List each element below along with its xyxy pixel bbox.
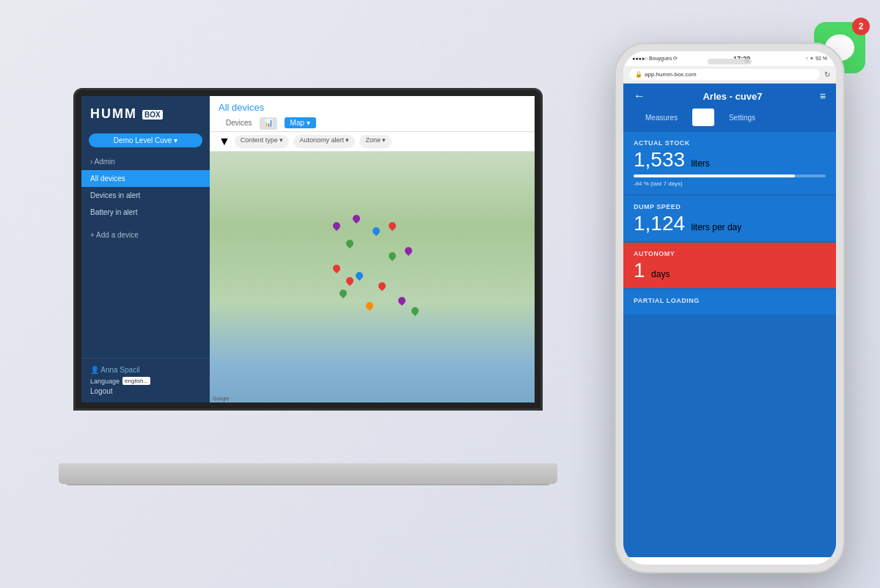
- autonomy-unit: days: [651, 269, 670, 279]
- partial-loading-card: PARTIAL LOADING: [623, 290, 836, 315]
- phone-frame: ●●●●○ Bouygues ⟳ 17:29 ↑ ✴ 92 % 🔒 app.hu…: [616, 44, 843, 572]
- svg-rect-2: [705, 112, 708, 121]
- logo-box: BOX: [142, 110, 163, 120]
- laptop-screen-inner: HUMM BOX Demo Level Cuve ▾ › Admin All d…: [81, 96, 535, 403]
- map-pin[interactable]: [387, 221, 397, 231]
- map-pin[interactable]: [331, 221, 342, 231]
- tab-devices[interactable]: Devices: [219, 116, 260, 131]
- stock-progress-bar: [634, 174, 826, 177]
- partial-loading-label: PARTIAL LOADING: [634, 297, 826, 304]
- laptop-device: HUMM BOX Demo Level Cuve ▾ › Admin All d…: [59, 88, 557, 513]
- laptop-base: [59, 463, 557, 484]
- dump-speed-value: 1,124: [634, 212, 685, 235]
- dump-speed-value-row: 1,124 liters per day: [634, 213, 826, 234]
- map-pin[interactable]: [403, 246, 414, 256]
- tab-settings[interactable]: Settings: [717, 110, 767, 125]
- autonomy-value: 1: [634, 259, 645, 282]
- laptop-main-content: All devices Devices 📊 Map ▾ ▼ Content ty…: [210, 96, 535, 403]
- autonomy-card: AUTONOMY 1 days: [623, 243, 836, 288]
- admin-label: › Admin: [81, 155, 210, 170]
- map-pin[interactable]: [351, 213, 362, 223]
- back-button[interactable]: ←: [634, 89, 645, 103]
- phone-carrier: ●●●●○ Bouygues ⟳: [632, 56, 678, 62]
- browser-url-bar[interactable]: 🔒 app.humm-box.com: [629, 69, 820, 80]
- filter-autonomy-alert[interactable]: Autonomy alert ▾: [293, 135, 355, 148]
- logo-text: HUMM BOX: [90, 106, 163, 121]
- map-view[interactable]: Google: [210, 152, 535, 403]
- sidebar-logo-area: HUMM BOX: [81, 96, 210, 129]
- laptop-sidebar: HUMM BOX Demo Level Cuve ▾ › Admin All d…: [81, 96, 210, 403]
- tab-chart[interactable]: 📊: [260, 117, 277, 130]
- phone-cards-container: ACTUAL STOCK 1,533 liters -84 % (last 7 …: [623, 132, 836, 557]
- tab-map[interactable]: Map ▾: [277, 116, 323, 131]
- browser-reload-button[interactable]: ↻: [824, 70, 830, 78]
- dump-speed-unit: liters per day: [692, 222, 742, 232]
- phone-camera: [744, 58, 749, 63]
- map-pin[interactable]: [370, 226, 381, 236]
- tab-chart-icon[interactable]: [692, 109, 714, 126]
- language-selector[interactable]: Language english...: [90, 377, 201, 385]
- phone-tabs: Measures Settings: [623, 109, 836, 132]
- map-credit: Google: [213, 396, 230, 401]
- phone-app: ← Arles - cuve7 ≡ Measures Settings: [623, 84, 836, 557]
- sidebar-item-all-devices[interactable]: All devices: [81, 170, 210, 187]
- svg-rect-1: [702, 114, 704, 121]
- sidebar-user-name: 👤 Anna Spacil: [90, 366, 201, 374]
- sidebar-item-devices-alert[interactable]: Devices in alert: [81, 187, 210, 204]
- url-text: app.humm-box.com: [645, 71, 697, 78]
- tab-measures[interactable]: Measures: [634, 110, 689, 125]
- logo-humm: HUMM: [90, 106, 137, 121]
- map-pin[interactable]: [345, 276, 355, 286]
- actual-stock-label: ACTUAL STOCK: [634, 139, 826, 147]
- add-device-link[interactable]: + Add a device: [81, 224, 210, 246]
- map-pin[interactable]: [397, 295, 407, 306]
- svg-rect-0: [699, 117, 701, 121]
- filter-content-type[interactable]: Content type ▾: [235, 135, 290, 148]
- dump-speed-label: DUMP SPEED: [634, 203, 826, 210]
- phone-page-title: Arles - cuve7: [703, 91, 762, 102]
- map-pin[interactable]: [387, 251, 397, 261]
- demo-level-button[interactable]: Demo Level Cuve ▾: [89, 133, 202, 147]
- map-pin[interactable]: [338, 288, 348, 298]
- autonomy-label: AUTONOMY: [634, 250, 826, 257]
- map-pin[interactable]: [354, 271, 364, 281]
- sidebar-item-battery-alert[interactable]: Battery in alert: [81, 204, 210, 221]
- actual-stock-value-row: 1,533 liters: [634, 150, 826, 170]
- map-pin[interactable]: [377, 281, 387, 291]
- actual-stock-value: 1,533: [634, 148, 685, 171]
- phone-app-header: ← Arles - cuve7 ≡: [623, 84, 836, 109]
- map-pin[interactable]: [410, 306, 420, 316]
- messages-badge: 2: [852, 18, 870, 35]
- filter-zone[interactable]: Zone ▾: [359, 135, 392, 148]
- sidebar-footer: 👤 Anna Spacil Language english... Logout: [81, 358, 210, 403]
- chart-icon: [698, 111, 708, 122]
- actual-stock-sub: -84 % (last 7 days): [634, 180, 826, 187]
- map-pin[interactable]: [364, 301, 375, 311]
- page-title: All devices: [219, 102, 526, 113]
- hamburger-menu-button[interactable]: ≡: [820, 90, 826, 102]
- logout-button[interactable]: Logout: [90, 387, 201, 395]
- dump-speed-card: DUMP SPEED 1,124 liters per day: [623, 196, 836, 241]
- phone-browser-bar: 🔒 app.humm-box.com ↻: [623, 66, 836, 84]
- language-select[interactable]: english...: [122, 377, 150, 385]
- phone-device: ●●●●○ Bouygues ⟳ 17:29 ↑ ✴ 92 % 🔒 app.hu…: [616, 44, 843, 572]
- phone-battery: ↑ ✴ 92 %: [806, 56, 827, 62]
- actual-stock-card: ACTUAL STOCK 1,533 liters -84 % (last 7 …: [623, 132, 836, 194]
- map-pin[interactable]: [331, 263, 342, 273]
- laptop-main-header: All devices Devices 📊 Map ▾: [210, 96, 535, 132]
- laptop-screen: HUMM BOX Demo Level Cuve ▾ › Admin All d…: [73, 88, 543, 411]
- map-pin[interactable]: [345, 238, 355, 249]
- laptop-tabs: Devices 📊 Map ▾: [219, 116, 526, 131]
- autonomy-value-row: 1 days: [634, 260, 826, 281]
- map-tab-active[interactable]: Map ▾: [285, 117, 316, 128]
- actual-stock-unit: liters: [692, 158, 710, 169]
- lock-icon: 🔒: [635, 71, 642, 78]
- stock-progress-fill: [634, 174, 795, 177]
- map-filters: ▼ Content type ▾ Autonomy alert ▾ Zone ▾: [210, 132, 535, 152]
